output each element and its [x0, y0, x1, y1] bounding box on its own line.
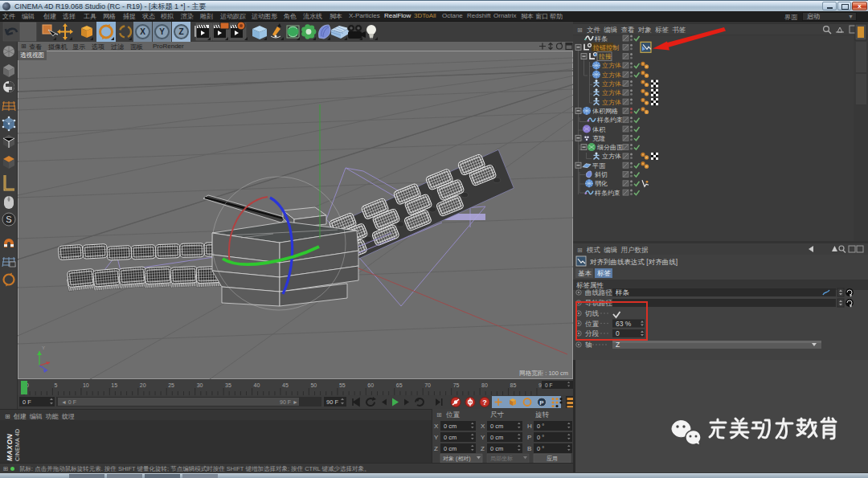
svg-text:Z: Z	[481, 445, 485, 452]
svg-text:40: 40	[254, 382, 260, 388]
svg-text:0 °: 0 °	[537, 423, 544, 430]
svg-text:Y: Y	[42, 345, 45, 350]
svg-text:85: 85	[510, 382, 517, 388]
svg-text:30: 30	[197, 382, 203, 388]
svg-text:对象 (相对): 对象 (相对)	[443, 456, 471, 462]
svg-text:35: 35	[225, 382, 231, 388]
svg-text:0 cm: 0 cm	[444, 445, 457, 452]
svg-text:应用: 应用	[547, 455, 558, 462]
svg-text:5: 5	[54, 382, 57, 388]
svg-text:平面: 平面	[592, 162, 606, 170]
svg-text:P: P	[527, 434, 531, 441]
svg-text:克隆: 克隆	[592, 135, 605, 142]
svg-text:位置: 位置	[446, 411, 461, 419]
svg-text:⊞: ⊞	[577, 27, 583, 34]
svg-text:细分曲面: 细分曲面	[597, 144, 624, 151]
svg-text:样条: 样条	[594, 35, 608, 43]
svg-text:20: 20	[140, 382, 146, 388]
svg-text:Z: Z	[178, 27, 183, 36]
svg-text:样条约束: 样条约束	[594, 190, 620, 197]
svg-text:Y: Y	[159, 27, 165, 36]
svg-text:15: 15	[111, 382, 117, 388]
svg-text:斜切: 斜切	[595, 171, 608, 178]
svg-text:立方体: 立方体	[602, 153, 621, 160]
svg-text:0 °: 0 °	[537, 434, 544, 441]
svg-text:拉接: 拉接	[598, 53, 612, 60]
svg-text:Y: Y	[481, 434, 485, 441]
svg-text:弱化: 弱化	[595, 180, 608, 187]
svg-text:旋转: 旋转	[535, 411, 550, 419]
svg-text:?: ?	[482, 398, 487, 407]
svg-text:X: X	[481, 423, 485, 430]
svg-text:样条约束: 样条约束	[596, 116, 623, 124]
svg-text:60: 60	[367, 382, 374, 388]
svg-text:25: 25	[168, 382, 174, 388]
svg-text:0 F: 0 F	[545, 382, 552, 388]
svg-text:0 cm: 0 cm	[444, 434, 457, 441]
svg-text:0 F: 0 F	[23, 398, 31, 406]
svg-text:B: B	[527, 445, 531, 452]
svg-text:0 °: 0 °	[537, 445, 544, 452]
svg-text:体积网格: 体积网格	[592, 108, 618, 115]
svg-text:P: P	[539, 399, 544, 407]
svg-text:50: 50	[310, 382, 317, 388]
svg-text:◄ 0 F: ◄ 0 F	[61, 399, 76, 405]
svg-text:10: 10	[83, 382, 89, 388]
svg-text:65: 65	[396, 382, 403, 388]
svg-text:局部坐标: 局部坐标	[490, 456, 513, 462]
svg-text:0 cm: 0 cm	[490, 434, 503, 441]
svg-text:拉链控制: 拉链控制	[592, 44, 619, 51]
svg-text:90 F ►: 90 F ►	[280, 399, 298, 405]
svg-text:80: 80	[481, 382, 488, 388]
svg-text:0 cm: 0 cm	[444, 423, 457, 430]
svg-text:⊞: ⊞	[436, 411, 442, 419]
svg-text:X: X	[140, 27, 145, 36]
svg-text:70: 70	[424, 382, 431, 388]
svg-text:90 F: 90 F	[326, 398, 338, 406]
svg-text:H: H	[527, 423, 532, 430]
svg-text:立方体: 立方体	[602, 99, 621, 106]
svg-text:S: S	[6, 214, 11, 224]
svg-text:Y: Y	[434, 434, 439, 441]
svg-text:文件 编辑 查看 对象 标签 书签: 文件 编辑 查看 对象 标签 书签	[587, 26, 686, 34]
svg-text:X: X	[434, 423, 439, 430]
svg-text:55: 55	[339, 382, 346, 388]
svg-text:尺寸: 尺寸	[490, 411, 505, 419]
svg-text:体积: 体积	[592, 126, 606, 133]
svg-text:0 cm: 0 cm	[490, 423, 503, 430]
svg-text:Z: Z	[434, 445, 438, 452]
svg-text:45: 45	[282, 382, 289, 388]
svg-text:75: 75	[453, 382, 460, 388]
svg-text:0 cm: 0 cm	[490, 445, 503, 452]
